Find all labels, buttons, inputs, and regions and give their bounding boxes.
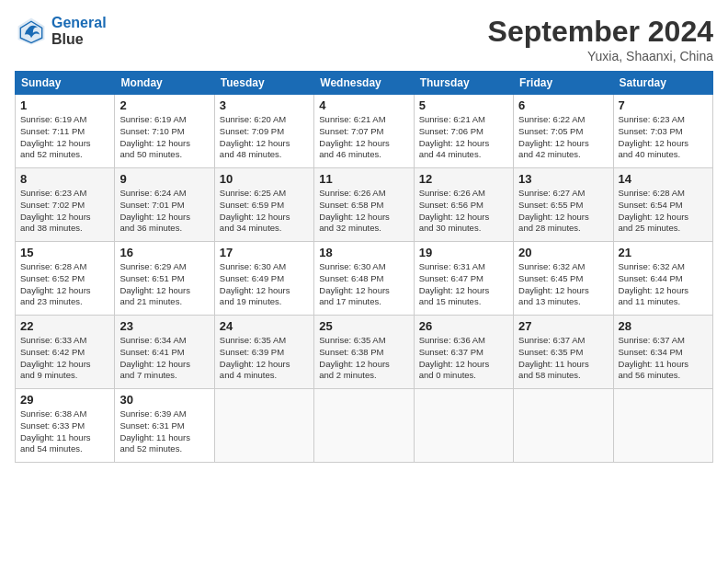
calendar-cell: 4Sunrise: 6:21 AM Sunset: 7:07 PM Daylig… xyxy=(314,95,414,168)
calendar-cell xyxy=(214,389,313,463)
day-number: 25 xyxy=(319,319,408,333)
calendar-cell: 12Sunrise: 6:26 AM Sunset: 6:56 PM Dayli… xyxy=(414,168,513,242)
calendar-cell: 22Sunrise: 6:33 AM Sunset: 6:42 PM Dayli… xyxy=(16,316,115,389)
day-info: Sunrise: 6:24 AM Sunset: 7:01 PM Dayligh… xyxy=(119,188,209,235)
calendar-header: SundayMondayTuesdayWednesdayThursdayFrid… xyxy=(16,72,713,95)
day-info: Sunrise: 6:19 AM Sunset: 7:10 PM Dayligh… xyxy=(119,114,209,161)
weekday-header-thursday: Thursday xyxy=(414,72,513,95)
day-number: 17 xyxy=(220,246,309,259)
day-number: 20 xyxy=(518,246,608,259)
calendar-page: General Blue September 2024 Yuxia, Shaan… xyxy=(0,0,728,563)
weekday-header-monday: Monday xyxy=(115,72,214,95)
calendar-week-row: 29Sunrise: 6:38 AM Sunset: 6:33 PM Dayli… xyxy=(16,389,713,463)
day-info: Sunrise: 6:23 AM Sunset: 7:02 PM Dayligh… xyxy=(20,188,109,235)
day-info: Sunrise: 6:22 AM Sunset: 7:05 PM Dayligh… xyxy=(518,114,608,161)
day-number: 6 xyxy=(518,98,608,112)
day-number: 28 xyxy=(619,319,708,333)
day-info: Sunrise: 6:25 AM Sunset: 6:59 PM Dayligh… xyxy=(220,188,309,235)
calendar-cell: 13Sunrise: 6:27 AM Sunset: 6:55 PM Dayli… xyxy=(514,168,613,242)
day-number: 2 xyxy=(119,98,209,112)
day-info: Sunrise: 6:21 AM Sunset: 7:07 PM Dayligh… xyxy=(319,114,408,161)
calendar-cell xyxy=(613,389,712,463)
day-number: 13 xyxy=(518,172,608,186)
day-number: 24 xyxy=(220,319,309,333)
calendar-cell: 5Sunrise: 6:21 AM Sunset: 7:06 PM Daylig… xyxy=(414,95,513,168)
calendar-cell xyxy=(314,389,414,463)
calendar-cell: 29Sunrise: 6:38 AM Sunset: 6:33 PM Dayli… xyxy=(16,389,115,463)
day-number: 4 xyxy=(319,98,408,112)
day-info: Sunrise: 6:30 AM Sunset: 6:49 PM Dayligh… xyxy=(220,261,309,308)
day-info: Sunrise: 6:20 AM Sunset: 7:09 PM Dayligh… xyxy=(220,114,309,161)
day-number: 30 xyxy=(119,393,209,407)
calendar-cell: 23Sunrise: 6:34 AM Sunset: 6:41 PM Dayli… xyxy=(115,316,214,389)
day-info: Sunrise: 6:33 AM Sunset: 6:42 PM Dayligh… xyxy=(20,335,109,382)
day-info: Sunrise: 6:32 AM Sunset: 6:44 PM Dayligh… xyxy=(619,261,708,308)
day-number: 18 xyxy=(319,246,408,259)
day-number: 29 xyxy=(20,393,109,407)
day-info: Sunrise: 6:32 AM Sunset: 6:45 PM Dayligh… xyxy=(518,261,608,308)
calendar-cell: 11Sunrise: 6:26 AM Sunset: 6:58 PM Dayli… xyxy=(314,168,414,242)
calendar-cell: 10Sunrise: 6:25 AM Sunset: 6:59 PM Dayli… xyxy=(214,168,313,242)
day-info: Sunrise: 6:28 AM Sunset: 6:54 PM Dayligh… xyxy=(619,188,708,235)
day-info: Sunrise: 6:19 AM Sunset: 7:11 PM Dayligh… xyxy=(20,114,109,161)
calendar-cell: 20Sunrise: 6:32 AM Sunset: 6:45 PM Dayli… xyxy=(514,242,613,316)
weekday-header-row: SundayMondayTuesdayWednesdayThursdayFrid… xyxy=(16,72,713,95)
calendar-cell xyxy=(414,389,513,463)
calendar-cell: 16Sunrise: 6:29 AM Sunset: 6:51 PM Dayli… xyxy=(115,242,214,316)
day-number: 27 xyxy=(518,319,608,333)
header: General Blue September 2024 Yuxia, Shaan… xyxy=(15,15,713,63)
calendar-week-row: 15Sunrise: 6:28 AM Sunset: 6:52 PM Dayli… xyxy=(16,242,713,316)
day-number: 14 xyxy=(619,172,708,186)
day-info: Sunrise: 6:39 AM Sunset: 6:31 PM Dayligh… xyxy=(119,408,209,455)
calendar-table: SundayMondayTuesdayWednesdayThursdayFrid… xyxy=(15,71,713,463)
location-subtitle: Yuxia, Shaanxi, China xyxy=(488,49,713,63)
calendar-cell: 17Sunrise: 6:30 AM Sunset: 6:49 PM Dayli… xyxy=(214,242,313,316)
calendar-cell: 19Sunrise: 6:31 AM Sunset: 6:47 PM Dayli… xyxy=(414,242,513,316)
logo: General Blue xyxy=(15,15,107,48)
weekday-header-wednesday: Wednesday xyxy=(314,72,414,95)
logo-text: General Blue xyxy=(51,15,107,48)
calendar-cell: 26Sunrise: 6:36 AM Sunset: 6:37 PM Dayli… xyxy=(414,316,513,389)
calendar-body: 1Sunrise: 6:19 AM Sunset: 7:11 PM Daylig… xyxy=(16,95,713,463)
day-info: Sunrise: 6:35 AM Sunset: 6:39 PM Dayligh… xyxy=(220,335,309,382)
title-block: September 2024 Yuxia, Shaanxi, China xyxy=(488,15,713,63)
day-info: Sunrise: 6:34 AM Sunset: 6:41 PM Dayligh… xyxy=(119,335,209,382)
weekday-header-tuesday: Tuesday xyxy=(214,72,313,95)
day-info: Sunrise: 6:21 AM Sunset: 7:06 PM Dayligh… xyxy=(419,114,508,161)
day-number: 23 xyxy=(119,319,209,333)
calendar-cell: 15Sunrise: 6:28 AM Sunset: 6:52 PM Dayli… xyxy=(16,242,115,316)
day-info: Sunrise: 6:23 AM Sunset: 7:03 PM Dayligh… xyxy=(619,114,708,161)
day-number: 7 xyxy=(619,98,708,112)
day-info: Sunrise: 6:26 AM Sunset: 6:56 PM Dayligh… xyxy=(419,188,508,235)
day-info: Sunrise: 6:28 AM Sunset: 6:52 PM Dayligh… xyxy=(20,261,109,308)
day-number: 9 xyxy=(119,172,209,186)
calendar-cell: 9Sunrise: 6:24 AM Sunset: 7:01 PM Daylig… xyxy=(115,168,214,242)
day-info: Sunrise: 6:37 AM Sunset: 6:35 PM Dayligh… xyxy=(518,335,608,382)
day-number: 1 xyxy=(20,98,109,112)
calendar-cell: 18Sunrise: 6:30 AM Sunset: 6:48 PM Dayli… xyxy=(314,242,414,316)
month-title: September 2024 xyxy=(488,15,713,49)
day-info: Sunrise: 6:38 AM Sunset: 6:33 PM Dayligh… xyxy=(20,408,109,455)
calendar-cell: 8Sunrise: 6:23 AM Sunset: 7:02 PM Daylig… xyxy=(16,168,115,242)
day-info: Sunrise: 6:31 AM Sunset: 6:47 PM Dayligh… xyxy=(419,261,508,308)
day-info: Sunrise: 6:27 AM Sunset: 6:55 PM Dayligh… xyxy=(518,188,608,235)
calendar-cell: 21Sunrise: 6:32 AM Sunset: 6:44 PM Dayli… xyxy=(613,242,712,316)
day-info: Sunrise: 6:26 AM Sunset: 6:58 PM Dayligh… xyxy=(319,188,408,235)
calendar-week-row: 1Sunrise: 6:19 AM Sunset: 7:11 PM Daylig… xyxy=(16,95,713,168)
calendar-cell: 3Sunrise: 6:20 AM Sunset: 7:09 PM Daylig… xyxy=(214,95,313,168)
day-info: Sunrise: 6:37 AM Sunset: 6:34 PM Dayligh… xyxy=(619,335,708,382)
calendar-week-row: 22Sunrise: 6:33 AM Sunset: 6:42 PM Dayli… xyxy=(16,316,713,389)
calendar-cell: 24Sunrise: 6:35 AM Sunset: 6:39 PM Dayli… xyxy=(214,316,313,389)
day-number: 8 xyxy=(20,172,109,186)
calendar-cell: 14Sunrise: 6:28 AM Sunset: 6:54 PM Dayli… xyxy=(613,168,712,242)
calendar-cell: 1Sunrise: 6:19 AM Sunset: 7:11 PM Daylig… xyxy=(16,95,115,168)
day-number: 3 xyxy=(220,98,309,112)
day-info: Sunrise: 6:29 AM Sunset: 6:51 PM Dayligh… xyxy=(119,261,209,308)
day-number: 16 xyxy=(119,246,209,259)
weekday-header-saturday: Saturday xyxy=(613,72,712,95)
day-number: 11 xyxy=(319,172,408,186)
calendar-cell: 27Sunrise: 6:37 AM Sunset: 6:35 PM Dayli… xyxy=(514,316,613,389)
day-info: Sunrise: 6:36 AM Sunset: 6:37 PM Dayligh… xyxy=(419,335,508,382)
weekday-header-friday: Friday xyxy=(514,72,613,95)
calendar-cell: 7Sunrise: 6:23 AM Sunset: 7:03 PM Daylig… xyxy=(613,95,712,168)
